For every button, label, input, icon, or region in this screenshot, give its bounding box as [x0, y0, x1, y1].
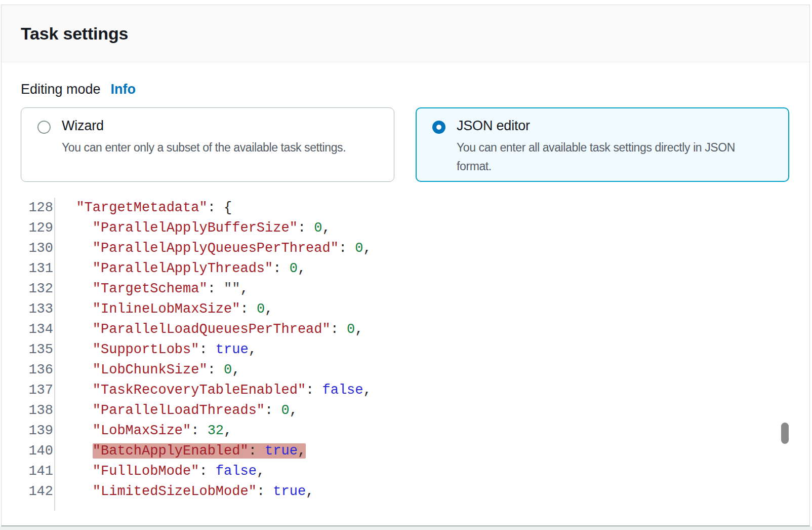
code-line[interactable]: 128 "TargetMetadata": { [21, 198, 790, 218]
radio-wizard-icon[interactable] [37, 121, 51, 134]
code-text: "LobChunkSize": 0, [54, 360, 240, 380]
tile-wizard[interactable]: Wizard You can enter only a subset of th… [21, 107, 394, 182]
highlighted-range: "BatchApplyEnabled": true, [93, 443, 306, 459]
line-number[interactable]: 137 [21, 380, 54, 400]
code-text: "ParallelApplyThreads": 0, [54, 258, 306, 279]
line-number[interactable]: 128 [21, 198, 54, 218]
tile-wizard-description: You can enter only a subset of the avail… [62, 138, 377, 157]
tile-wizard-label: Wizard [62, 118, 377, 134]
code-text: "InlineLobMaxSize": 0, [54, 299, 273, 319]
code-line[interactable]: 139 "LobMaxSize": 32, [21, 421, 790, 441]
line-number[interactable]: 131 [21, 258, 54, 279]
code-text: "ParallelApplyQueuesPerThread": 0, [54, 238, 372, 258]
line-number[interactable]: 142 [21, 481, 54, 502]
tile-wizard-text: Wizard You can enter only a subset of th… [62, 118, 377, 157]
tile-json-editor-label: JSON editor [457, 118, 772, 134]
line-number[interactable]: 133 [21, 299, 54, 319]
json-editor-area[interactable]: 128 "TargetMetadata": {129 "ParallelAppl… [21, 198, 790, 512]
radio-json-editor-icon[interactable] [432, 121, 445, 134]
code-line[interactable]: 136 "LobChunkSize": 0, [21, 360, 790, 380]
tile-json-editor-description: You can enter all available task setting… [457, 138, 772, 176]
info-link[interactable]: Info [111, 82, 136, 97]
code-text: "FullLobMode": false, [54, 461, 265, 481]
scrollbar-thumb[interactable] [781, 423, 789, 444]
page-title: Task settings [21, 24, 128, 44]
line-number[interactable]: 129 [21, 218, 54, 238]
code-text: "TargetMetadata": { [54, 198, 232, 218]
code-line[interactable]: 137 "TaskRecoveryTableEnabled": false, [21, 380, 790, 400]
code-text: "LimitedSizeLobMode": true, [54, 481, 314, 502]
code-line[interactable]: 134 "ParallelLoadQueuesPerThread": 0, [21, 319, 790, 339]
line-number[interactable]: 134 [21, 319, 54, 339]
code-line[interactable]: 132 "TargetSchema": "", [21, 279, 790, 299]
line-number[interactable]: 130 [21, 238, 54, 258]
tile-json-editor[interactable]: JSON editor You can enter all available … [416, 107, 789, 182]
line-number[interactable]: 140 [21, 441, 54, 461]
task-settings-panel: Task settings Editing mode Info Wizard Y… [1, 5, 810, 526]
line-number[interactable]: 135 [21, 339, 54, 360]
line-number[interactable]: 136 [21, 360, 54, 380]
code-line[interactable]: 135 "SupportLobs": true, [21, 339, 790, 360]
code-text: "SupportLobs": true, [54, 339, 257, 360]
panel-body: Editing mode Info Wizard You can enter o… [2, 82, 809, 512]
code-line[interactable]: 129 "ParallelApplyBufferSize": 0, [21, 218, 790, 238]
code-line[interactable]: 141 "FullLobMode": false, [21, 461, 790, 481]
line-number[interactable]: 138 [21, 400, 54, 421]
code-line[interactable]: 133 "InlineLobMaxSize": 0, [21, 299, 790, 319]
tile-json-editor-text: JSON editor You can enter all available … [457, 118, 772, 176]
code-text: "ParallelLoadThreads": 0, [54, 400, 298, 421]
code-text: "ParallelApplyBufferSize": 0, [54, 218, 331, 238]
code-line[interactable]: 130 "ParallelApplyQueuesPerThread": 0, [21, 238, 790, 258]
code-text: "LobMaxSize": 32, [54, 421, 232, 441]
editing-mode-label: Editing mode [21, 82, 101, 97]
code-text: "BatchApplyEnabled": true, [54, 441, 306, 461]
code-text: "TaskRecoveryTableEnabled": false, [54, 380, 372, 400]
panel-header: Task settings [2, 5, 809, 62]
editing-mode-row: Editing mode Info [21, 82, 790, 97]
code-line[interactable]: 131 "ParallelApplyThreads": 0, [21, 258, 790, 279]
line-number[interactable]: 141 [21, 461, 54, 481]
code-line[interactable]: 138 "ParallelLoadThreads": 0, [21, 400, 790, 421]
line-number[interactable]: 132 [21, 279, 54, 299]
page-bottom-strip [0, 526, 812, 530]
code-text: "TargetSchema": "", [54, 279, 249, 299]
line-number[interactable]: 139 [21, 421, 54, 441]
editing-mode-tiles: Wizard You can enter only a subset of th… [21, 107, 790, 182]
code-text: "ParallelLoadQueuesPerThread": 0, [54, 319, 363, 339]
code-line[interactable]: 140 "BatchApplyEnabled": true, [21, 441, 790, 461]
code-line[interactable]: 142 "LimitedSizeLobMode": true, [21, 481, 790, 502]
